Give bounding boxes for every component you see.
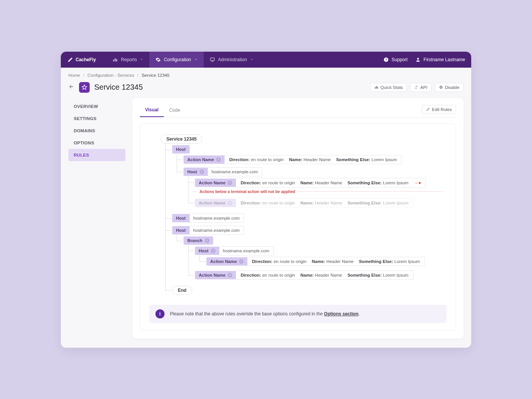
nav-reports[interactable]: Reports bbox=[106, 52, 149, 68]
switch-icon bbox=[414, 85, 418, 89]
action-node[interactable]: Action Namei Direction: en route to orig… bbox=[206, 257, 446, 266]
disable-label: Disable bbox=[445, 85, 459, 90]
sidenav-settings[interactable]: SETTINGS bbox=[68, 112, 125, 125]
disabled-action-node: Action Namei Direction: en route to orig… bbox=[195, 198, 446, 207]
svg-text:?: ? bbox=[385, 58, 387, 61]
arrow-left-icon bbox=[68, 84, 74, 90]
chevron-down-icon bbox=[140, 58, 143, 61]
note-box: i Please note that the above rules overr… bbox=[149, 305, 446, 323]
info-icon: i bbox=[228, 273, 232, 277]
user-icon bbox=[415, 57, 421, 62]
rocket-icon bbox=[67, 56, 74, 63]
host-node-with-value[interactable]: Hosti hostname.example.com bbox=[184, 167, 446, 176]
hostname-value: hostname.example.com bbox=[190, 214, 244, 223]
svg-point-0 bbox=[71, 57, 72, 59]
page-header: Service 12345 Quick Stats API Disable bbox=[68, 82, 464, 93]
info-circle-icon: i bbox=[155, 309, 165, 318]
hostname-value: hostname.example.com bbox=[219, 246, 274, 255]
svg-point-7 bbox=[417, 58, 419, 60]
branch-label: Branch bbox=[187, 238, 203, 243]
svg-rect-4 bbox=[211, 58, 215, 60]
sidenav-options[interactable]: OPTIONS bbox=[68, 137, 125, 149]
host-node-with-value[interactable]: Hosti hostname.example.com bbox=[195, 246, 446, 255]
quick-stats-label: Quick Stats bbox=[380, 85, 403, 90]
gear-icon bbox=[155, 57, 161, 62]
info-icon: i bbox=[205, 238, 209, 243]
note-text: Please note that the above rules overrid… bbox=[170, 311, 360, 317]
host-node-with-value[interactable]: Host hostname.example.com bbox=[172, 226, 446, 235]
options-section-link[interactable]: Options section bbox=[324, 311, 359, 317]
page-title: Service 12345 bbox=[94, 83, 143, 92]
pencil-icon bbox=[426, 107, 430, 111]
info-icon: i bbox=[211, 249, 215, 253]
nav-administration[interactable]: Administration bbox=[204, 52, 260, 68]
tabs: Visual Code Edit Rules bbox=[140, 104, 456, 117]
host-label: Host bbox=[187, 169, 197, 174]
breadcrumb-config[interactable]: Configuration - Services bbox=[87, 73, 134, 78]
nav-configuration-label: Configuration bbox=[164, 57, 191, 62]
nav-configuration[interactable]: Configuration bbox=[149, 52, 203, 68]
info-icon: i bbox=[228, 180, 232, 185]
svg-rect-2 bbox=[115, 58, 116, 61]
hostname-value: hostname.example.com bbox=[190, 226, 244, 235]
chevron-down-icon bbox=[194, 58, 198, 61]
action-node[interactable]: Action Namei Direction: en route to orig… bbox=[184, 155, 446, 164]
main-panel: Visual Code Edit Rules Service 12345 bbox=[132, 98, 464, 339]
info-icon: i bbox=[216, 157, 221, 162]
nav-administration-label: Administration bbox=[218, 57, 247, 62]
breadcrumb-home[interactable]: Home bbox=[68, 73, 80, 78]
info-icon: i bbox=[239, 259, 244, 264]
side-nav: OVERVIEW SETTINGS DOMAINS OPTIONS RULES bbox=[68, 98, 125, 339]
nav-user[interactable]: Firstname Lastname bbox=[415, 57, 465, 62]
sidenav-rules[interactable]: RULES bbox=[68, 149, 125, 161]
action-label: Action Name bbox=[187, 157, 214, 162]
terminal-warning-text: Actions below a terminal action will not… bbox=[200, 189, 295, 194]
svg-rect-8 bbox=[375, 87, 376, 89]
edit-rules-label: Edit Rules bbox=[432, 107, 452, 112]
breadcrumb-current: Service 12345 bbox=[142, 73, 170, 78]
api-label: API bbox=[420, 85, 428, 90]
svg-rect-1 bbox=[113, 60, 114, 62]
branch-node[interactable]: Branchi bbox=[184, 236, 213, 245]
info-icon: i bbox=[228, 201, 232, 205]
svg-rect-10 bbox=[377, 87, 378, 89]
brand-name: CacheFly bbox=[76, 57, 96, 62]
star-icon bbox=[81, 84, 87, 90]
rules-canvas: Service 12345 Host Action Namei bbox=[140, 124, 456, 330]
content-area: Home / Configuration - Services / Servic… bbox=[61, 68, 471, 348]
chart-icon bbox=[112, 57, 118, 62]
terminal-action-node[interactable]: Action Namei Direction: en route to orig… bbox=[195, 178, 446, 188]
sidenav-domains[interactable]: DOMAINS bbox=[68, 125, 125, 137]
back-arrow[interactable] bbox=[68, 84, 74, 91]
app-window: CacheFly Reports Configuration Administr… bbox=[61, 52, 471, 348]
service-node[interactable]: Service 12345 bbox=[161, 135, 202, 144]
tab-code[interactable]: Code bbox=[164, 104, 185, 117]
nav-user-label: Firstname Lastname bbox=[424, 57, 465, 62]
host-label: Host bbox=[176, 147, 186, 152]
top-nav: CacheFly Reports Configuration Administr… bbox=[61, 52, 471, 68]
minus-circle-icon bbox=[439, 85, 443, 89]
disable-button[interactable]: Disable bbox=[435, 83, 464, 92]
monitor-icon bbox=[210, 57, 215, 62]
chevron-down-icon bbox=[250, 58, 253, 61]
sidenav-overview[interactable]: OVERVIEW bbox=[68, 100, 125, 112]
quick-stats-button[interactable]: Quick Stats bbox=[370, 83, 407, 92]
edit-rules-button[interactable]: Edit Rules bbox=[422, 105, 456, 114]
breadcrumb: Home / Configuration - Services / Servic… bbox=[68, 73, 464, 78]
terminal-icon: →● bbox=[414, 180, 421, 185]
brand-logo[interactable]: CacheFly bbox=[67, 56, 96, 63]
terminal-warning: Actions below a terminal action will not… bbox=[190, 189, 446, 194]
nav-support-label: Support bbox=[392, 57, 408, 62]
info-icon: i bbox=[200, 169, 204, 174]
host-node-with-value[interactable]: Host hostname.example.com bbox=[172, 214, 446, 223]
stats-icon bbox=[374, 85, 378, 89]
end-node[interactable]: End bbox=[172, 286, 192, 295]
host-node[interactable]: Host bbox=[172, 145, 190, 154]
nav-support[interactable]: ? Support bbox=[383, 57, 408, 62]
svg-rect-12 bbox=[440, 87, 442, 87]
action-node[interactable]: Action Namei Direction: en route to orig… bbox=[195, 271, 446, 280]
tab-visual[interactable]: Visual bbox=[140, 104, 164, 117]
svg-rect-9 bbox=[376, 86, 377, 89]
api-button[interactable]: API bbox=[410, 83, 432, 92]
nav-reports-label: Reports bbox=[121, 57, 137, 62]
